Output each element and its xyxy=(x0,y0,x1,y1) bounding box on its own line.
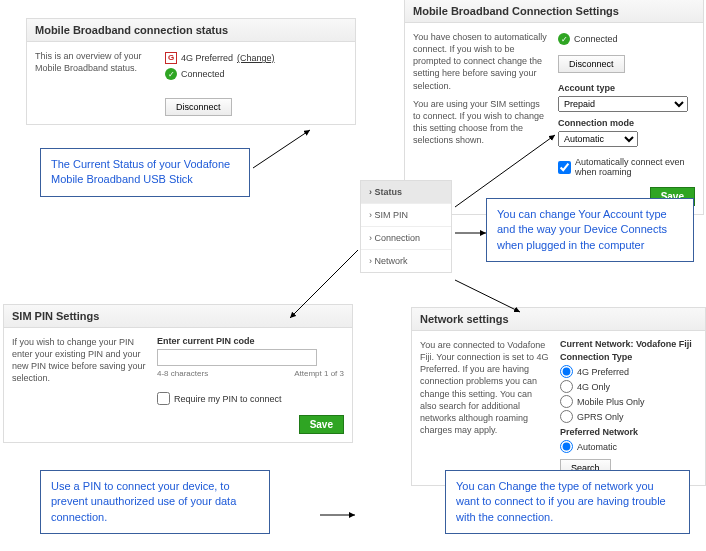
callout-network: You can Change the type of network you w… xyxy=(445,470,690,534)
callout-status: The Current Status of your Vodafone Mobi… xyxy=(40,148,250,197)
pin-chars-hint: 4-8 characters xyxy=(157,369,208,378)
connected-text: Connected xyxy=(181,69,225,79)
conn-desc1: You have chosen to automatically connect… xyxy=(413,31,548,92)
conn-mode-label: Connection mode xyxy=(558,118,695,128)
roaming-label: Automatically connect even when roaming xyxy=(575,157,695,177)
network-panel: Network settings You are connected to Vo… xyxy=(411,307,706,486)
status-panel: Mobile Broadband connection status This … xyxy=(26,18,356,125)
nav-status[interactable]: › Status xyxy=(361,181,451,204)
account-type-select[interactable]: Prepaid xyxy=(558,96,688,112)
nav-network[interactable]: › Network xyxy=(361,250,451,272)
nav-menu: › Status › SIM PIN › Connection › Networ… xyxy=(360,180,452,273)
roaming-checkbox[interactable] xyxy=(558,161,571,174)
account-type-label: Account type xyxy=(558,83,695,93)
svg-line-0 xyxy=(253,130,310,168)
pref-text: 4G Preferred xyxy=(181,53,233,63)
sim-desc: If you wish to change your PIN enter you… xyxy=(12,336,147,434)
change-link[interactable]: (Change) xyxy=(237,53,275,63)
opt-mobile-plus[interactable] xyxy=(560,395,573,408)
status-panel-title: Mobile Broadband connection status xyxy=(27,19,355,42)
disconnect-button-2[interactable]: Disconnect xyxy=(558,55,625,73)
conn-type-label: Connection Type xyxy=(560,352,697,362)
opt-gprs-only[interactable] xyxy=(560,410,573,423)
network-desc: You are connected to Vodafone Fiji. Your… xyxy=(420,339,550,477)
current-network-label: Current Network: Vodafone Fiji xyxy=(560,339,697,349)
enter-pin-label: Enter current PIN code xyxy=(157,336,344,346)
connected-text-2: Connected xyxy=(574,34,618,44)
status-desc: This is an overview of your Mobile Broad… xyxy=(35,50,155,116)
nav-connection[interactable]: › Connection xyxy=(361,227,451,250)
sim-pin-panel: SIM PIN Settings If you wish to change y… xyxy=(3,304,353,443)
g-icon: G xyxy=(165,52,177,64)
sim-pin-title: SIM PIN Settings xyxy=(4,305,352,328)
require-pin-checkbox[interactable] xyxy=(157,392,170,405)
pin-input[interactable] xyxy=(157,349,317,366)
conn-desc2: You are using your SIM settings to conne… xyxy=(413,98,548,147)
callout-sim: Use a PIN to connect your device, to pre… xyxy=(40,470,270,534)
network-title: Network settings xyxy=(412,308,705,331)
opt-automatic[interactable] xyxy=(560,440,573,453)
opt-4g-only[interactable] xyxy=(560,380,573,393)
conn-settings-title: Mobile Broadband Connection Settings xyxy=(405,0,703,23)
conn-mode-select[interactable]: Automatic xyxy=(558,131,638,147)
check-icon: ✓ xyxy=(165,68,177,80)
pref-net-label: Preferred Network xyxy=(560,427,697,437)
disconnect-button[interactable]: Disconnect xyxy=(165,98,232,116)
require-pin-label: Require my PIN to connect xyxy=(174,394,282,404)
callout-settings: You can change Your Account type and the… xyxy=(486,198,694,262)
sim-save-button[interactable]: Save xyxy=(299,415,344,434)
opt-4g-preferred[interactable] xyxy=(560,365,573,378)
nav-sim-pin[interactable]: › SIM PIN xyxy=(361,204,451,227)
pin-attempt-hint: Attempt 1 of 3 xyxy=(294,369,344,378)
check-icon: ✓ xyxy=(558,33,570,45)
